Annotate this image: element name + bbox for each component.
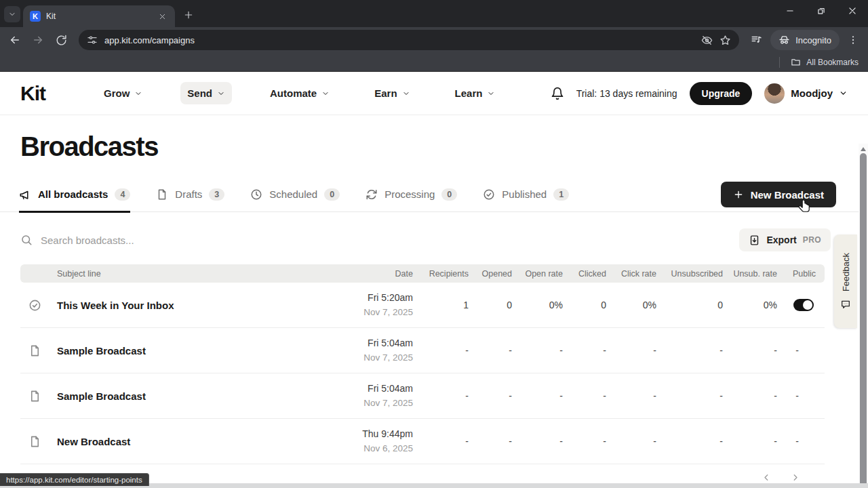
broadcast-tabs: All broadcasts 4 Drafts 3 Scheduled 0 Pr… bbox=[0, 179, 868, 212]
incognito-icon bbox=[778, 35, 790, 46]
clicked-cell: - bbox=[563, 390, 606, 401]
public-cell: - bbox=[777, 345, 825, 356]
nav-item-label: Learn bbox=[455, 87, 483, 99]
refresh-button[interactable] bbox=[52, 30, 71, 49]
date-cell: Fri 5:04amNov 7, 2025 bbox=[348, 382, 413, 410]
avatar bbox=[764, 83, 785, 104]
tab-title: Kit bbox=[46, 12, 151, 21]
close-window-button[interactable] bbox=[837, 0, 868, 22]
chevron-down-icon bbox=[217, 89, 225, 98]
processing-cycle-icon bbox=[366, 188, 378, 201]
open-rate-cell: - bbox=[512, 345, 563, 356]
search-row: Export PRO bbox=[20, 225, 831, 255]
col-open-rate: Open rate bbox=[512, 269, 563, 279]
browser-menu-button[interactable] bbox=[844, 30, 863, 49]
main-nav: Grow Send Automate Earn Learn bbox=[97, 82, 502, 104]
draft-file-icon bbox=[28, 390, 41, 403]
account-menu[interactable]: Moodjoy bbox=[764, 83, 848, 104]
opened-cell: - bbox=[469, 390, 512, 401]
tab-drafts[interactable]: Drafts 3 bbox=[156, 179, 224, 212]
nav-item-grow[interactable]: Grow bbox=[97, 82, 149, 104]
chevron-down-icon bbox=[134, 89, 142, 98]
col-unsub-rate: Unsub. rate bbox=[723, 269, 777, 279]
upgrade-button[interactable]: Upgrade bbox=[690, 82, 753, 105]
kebab-menu-icon bbox=[848, 35, 859, 45]
incognito-label: Incognito bbox=[795, 35, 831, 45]
tab-label: Processing bbox=[384, 188, 435, 200]
plus-icon bbox=[733, 189, 744, 200]
draft-file-icon bbox=[156, 188, 168, 201]
tab-scheduled[interactable]: Scheduled 0 bbox=[250, 179, 340, 212]
page-scrollbar[interactable] bbox=[859, 144, 868, 488]
clock-icon bbox=[250, 188, 262, 201]
public-cell: - bbox=[777, 390, 825, 401]
tab-published[interactable]: Published 1 bbox=[483, 179, 569, 212]
tab-search-button[interactable] bbox=[4, 6, 20, 22]
notifications-button[interactable] bbox=[551, 87, 564, 100]
new-broadcast-button[interactable]: New Broadcast bbox=[721, 182, 836, 207]
tab-processing[interactable]: Processing 0 bbox=[366, 179, 457, 212]
broadcast-subject-link[interactable]: New Broadcast bbox=[57, 436, 348, 447]
table-header: Subject line Date Recipients Opened Open… bbox=[20, 264, 825, 283]
bookmark-star-icon[interactable] bbox=[719, 35, 731, 46]
kit-logo[interactable]: Kit bbox=[20, 82, 45, 105]
browser-tab[interactable]: K Kit bbox=[23, 5, 175, 27]
nav-item-label: Grow bbox=[104, 87, 130, 99]
broadcast-subject-link[interactable]: Sample Broadcast bbox=[57, 390, 348, 402]
address-bar[interactable]: app.kit.com/campaigns bbox=[79, 30, 739, 50]
table-row[interactable]: Sample Broadcast Fri 5:04amNov 7, 2025 -… bbox=[20, 328, 825, 373]
date-time: Thu 9:44pm bbox=[348, 427, 413, 441]
clicked-cell: - bbox=[563, 345, 606, 356]
recipients-cell: 1 bbox=[413, 300, 469, 310]
password-eye-off-icon[interactable] bbox=[701, 35, 713, 46]
feedback-tab[interactable]: Feedback bbox=[834, 235, 857, 328]
public-cell: - bbox=[777, 436, 825, 447]
table-row[interactable]: New Broadcast Thu 9:44pmNov 6, 2025 - - … bbox=[20, 419, 825, 464]
search-box[interactable] bbox=[20, 234, 739, 246]
tab-label: Drafts bbox=[175, 188, 202, 200]
scrollbar-thumb[interactable] bbox=[860, 153, 867, 488]
next-page-button[interactable] bbox=[789, 471, 801, 483]
all-bookmarks-button[interactable]: All Bookmarks bbox=[806, 58, 859, 67]
tab-close-button[interactable] bbox=[156, 10, 168, 22]
nav-item-send[interactable]: Send bbox=[180, 82, 232, 104]
public-toggle-on[interactable] bbox=[793, 299, 814, 311]
media-controls-icon[interactable] bbox=[747, 30, 766, 49]
minimize-icon bbox=[785, 6, 795, 16]
minimize-button[interactable] bbox=[774, 0, 806, 22]
new-tab-button[interactable] bbox=[180, 7, 197, 23]
export-button[interactable]: Export PRO bbox=[739, 228, 831, 251]
speech-bubble-icon bbox=[840, 299, 851, 310]
nav-item-learn[interactable]: Learn bbox=[448, 82, 502, 104]
broadcasts-table: Subject line Date Recipients Opened Open… bbox=[20, 264, 825, 488]
restore-button[interactable] bbox=[806, 0, 837, 22]
forward-button[interactable] bbox=[28, 30, 47, 49]
table-row[interactable]: This Week in Your Inbox Fri 5:20amNov 7,… bbox=[20, 283, 825, 328]
search-input[interactable] bbox=[41, 235, 258, 246]
date-time: Fri 5:04am bbox=[348, 336, 413, 350]
date-cell: Fri 5:04amNov 7, 2025 bbox=[348, 336, 413, 365]
tab-count: 0 bbox=[441, 188, 457, 201]
open-rate-cell: 0% bbox=[512, 300, 563, 310]
broadcast-subject-link[interactable]: Sample Broadcast bbox=[57, 345, 348, 357]
pro-badge: PRO bbox=[803, 235, 821, 245]
click-rate-cell: - bbox=[606, 390, 656, 401]
chevron-down-icon bbox=[839, 89, 848, 98]
url-text[interactable]: app.kit.com/campaigns bbox=[104, 35, 694, 45]
broadcast-subject-link[interactable]: This Week in Your Inbox bbox=[57, 300, 348, 311]
site-settings-icon[interactable] bbox=[87, 35, 98, 45]
unsub-rate-cell: - bbox=[723, 345, 777, 356]
tab-count: 3 bbox=[209, 188, 224, 201]
back-button[interactable] bbox=[5, 30, 24, 49]
scroll-up-arrow-icon[interactable] bbox=[861, 147, 866, 151]
prev-page-button[interactable] bbox=[760, 471, 772, 483]
tab-all-broadcasts[interactable]: All broadcasts 4 bbox=[19, 179, 130, 212]
nav-item-earn[interactable]: Earn bbox=[368, 82, 416, 104]
nav-item-automate[interactable]: Automate bbox=[263, 82, 336, 104]
nav-item-label: Send bbox=[187, 87, 212, 99]
close-icon bbox=[159, 13, 166, 20]
date-time: Fri 5:04am bbox=[348, 382, 413, 396]
col-click-rate: Click rate bbox=[606, 269, 656, 279]
table-row[interactable]: Sample Broadcast Fri 5:04amNov 7, 2025 -… bbox=[20, 373, 825, 419]
folder-icon bbox=[791, 57, 801, 67]
